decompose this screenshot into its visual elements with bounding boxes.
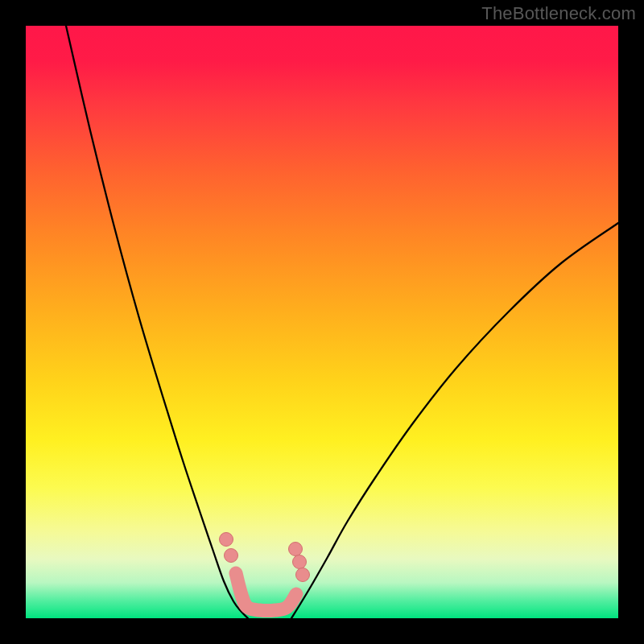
marker-dot bbox=[296, 568, 310, 582]
plot-area bbox=[26, 26, 618, 618]
chart-frame: TheBottleneck.com bbox=[0, 0, 644, 644]
marker-dot bbox=[289, 543, 303, 556]
marker-dot bbox=[220, 533, 233, 547]
watermark-text: TheBottleneck.com bbox=[481, 3, 636, 24]
curve-overlay bbox=[26, 26, 618, 618]
right-curve bbox=[291, 223, 618, 618]
marker-dot bbox=[293, 555, 307, 569]
left-curve bbox=[66, 26, 248, 618]
marker-dot bbox=[225, 549, 238, 563]
highlight-bar bbox=[236, 573, 296, 611]
